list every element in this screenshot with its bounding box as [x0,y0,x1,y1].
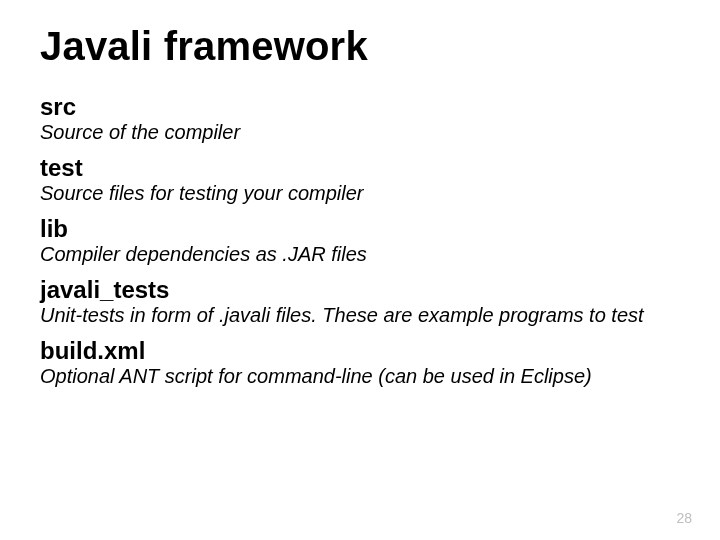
entry-lib-name: lib [40,215,680,243]
entry-lib-desc: Compiler dependencies as .JAR files [40,243,680,266]
entry-buildxml-name: build.xml [40,337,680,365]
entry-src-desc: Source of the compiler [40,121,680,144]
entry-test-name: test [40,154,680,182]
slide-title: Javali framework [40,24,680,69]
slide: Javali framework src Source of the compi… [0,0,720,540]
entry-src-name: src [40,93,680,121]
entry-javali-tests-desc: Unit-tests in form of .javali files. The… [40,304,680,327]
page-number: 28 [676,510,692,526]
entry-javali-tests-name: javali_tests [40,276,680,304]
entry-test-desc: Source files for testing your compiler [40,182,680,205]
entry-buildxml-desc: Optional ANT script for command-line (ca… [40,365,680,388]
